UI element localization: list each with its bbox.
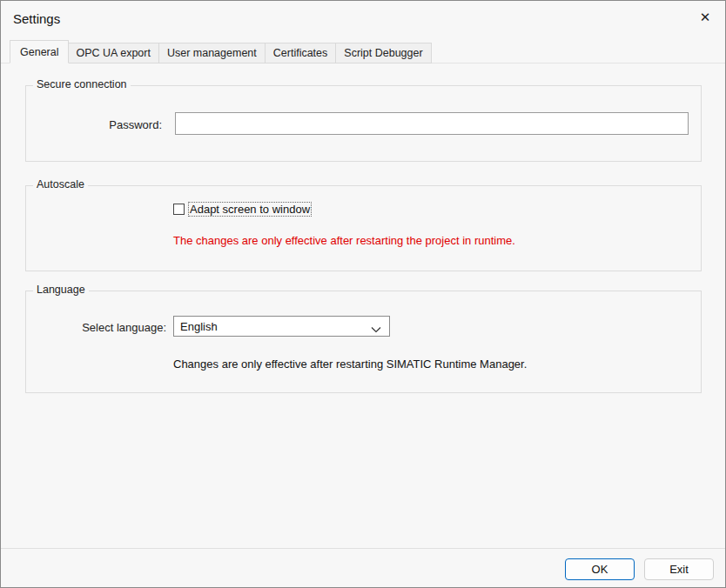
ok-button[interactable]: OK bbox=[565, 558, 635, 580]
autoscale-group: Autoscale bbox=[25, 185, 702, 271]
secure-connection-legend: Secure connection bbox=[33, 78, 131, 90]
language-group: Language bbox=[25, 291, 702, 393]
language-legend: Language bbox=[33, 284, 89, 296]
autoscale-legend: Autoscale bbox=[33, 178, 88, 190]
language-dropdown[interactable]: English bbox=[173, 316, 390, 337]
password-label: Password: bbox=[75, 118, 162, 131]
select-language-label: Select language: bbox=[53, 321, 166, 334]
language-dropdown-value: English bbox=[180, 320, 218, 333]
restart-warning-text: The changes are only effective after res… bbox=[173, 234, 515, 247]
chevron-down-icon bbox=[371, 323, 381, 336]
tab-strip: General OPC UA export User management Ce… bbox=[10, 42, 716, 63]
window-title: Settings bbox=[13, 11, 60, 26]
password-input[interactable] bbox=[175, 112, 689, 135]
adapt-screen-checkbox-label[interactable]: Adapt screen to window bbox=[188, 202, 312, 217]
footer-divider bbox=[1, 548, 725, 549]
tab-general[interactable]: General bbox=[10, 40, 69, 63]
exit-button[interactable]: Exit bbox=[644, 558, 714, 580]
tab-user-management[interactable]: User management bbox=[159, 43, 266, 63]
adapt-screen-checkbox[interactable]: Adapt screen to window bbox=[173, 202, 312, 217]
tab-script-debugger[interactable]: Script Debugger bbox=[336, 43, 431, 63]
settings-dialog: Settings ✕ General OPC UA export User ma… bbox=[0, 0, 726, 588]
title-bar: Settings ✕ bbox=[1, 1, 725, 36]
checkbox-box-icon[interactable] bbox=[173, 204, 185, 215]
tab-certificates[interactable]: Certificates bbox=[266, 43, 337, 63]
close-icon[interactable]: ✕ bbox=[685, 1, 725, 34]
tab-opc-ua-export[interactable]: OPC UA export bbox=[68, 43, 158, 63]
language-restart-note: Changes are only effective after restart… bbox=[173, 357, 527, 371]
